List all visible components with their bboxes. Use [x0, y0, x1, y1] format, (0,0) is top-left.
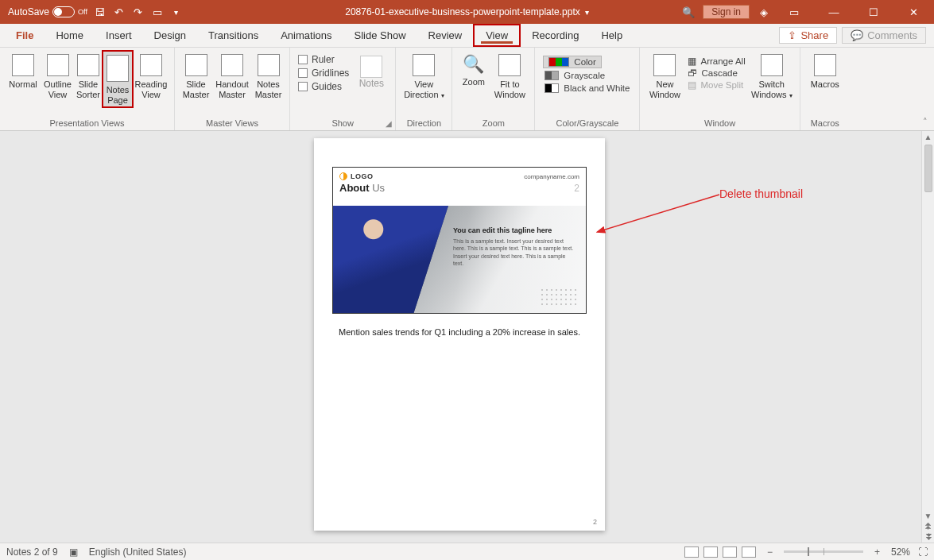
hm-l1: Handout: [215, 79, 249, 89]
reading-view-icon: [140, 54, 162, 76]
new-window-button[interactable]: NewWindow: [645, 51, 684, 101]
close-button[interactable]: ✕: [897, 0, 929, 24]
hm-l2: Master: [219, 90, 246, 99]
autosave-toggle[interactable]: AutoSave Off: [8, 6, 87, 17]
qat-more-icon[interactable]: ▾: [170, 6, 183, 18]
color-button[interactable]: Color: [543, 56, 601, 68]
slideshow-status-icon[interactable]: [742, 546, 756, 558]
tab-animations[interactable]: Animations: [269, 24, 343, 47]
macros-button[interactable]: Macros: [805, 51, 845, 91]
title-bar: AutoSave Off 🖫 ↶ ↷ ▭ ▾ 20876-01-executiv…: [0, 0, 934, 24]
nm-l1: Notes: [257, 79, 280, 89]
slide-thumbnail[interactable]: LOGO companyname.com About Us 2 You can …: [332, 167, 587, 314]
ruler-checkbox[interactable]: Ruler: [298, 54, 349, 65]
fit-to-window-button[interactable]: Fit toWindow: [490, 51, 529, 101]
group-label-master-views: Master Views: [180, 117, 285, 130]
maximize-button[interactable]: ☐: [858, 0, 889, 24]
ribbon-display-icon[interactable]: ▭: [778, 0, 810, 24]
tab-help[interactable]: Help: [590, 24, 634, 47]
tagline-title: You can edit this tagline here: [453, 226, 576, 234]
tab-review[interactable]: Review: [417, 24, 474, 47]
title-dropdown-icon[interactable]: ▾: [585, 8, 589, 17]
nw-l1: New: [656, 79, 673, 89]
comments-button[interactable]: 💬 Comments: [842, 27, 926, 44]
minimize-button[interactable]: ―: [818, 0, 850, 24]
cascade-button[interactable]: 🗗Cascade: [688, 68, 745, 78]
accessibility-icon[interactable]: ▣: [69, 546, 78, 558]
tab-slideshow[interactable]: Slide Show: [343, 24, 417, 47]
guides-checkbox[interactable]: Guides: [298, 81, 349, 92]
status-language[interactable]: English (United States): [89, 546, 187, 558]
slide-master-button[interactable]: SlideMaster: [180, 51, 212, 101]
tab-recording[interactable]: Recording: [521, 24, 590, 47]
vertical-scrollbar[interactable]: ▲ ▼ ⯭ ⯯: [921, 131, 934, 543]
handout-master-button[interactable]: HandoutMaster: [212, 51, 252, 101]
zoom-out-button[interactable]: −: [764, 546, 776, 558]
scroll-up-icon[interactable]: ▲: [924, 133, 932, 141]
group-master-views: SlideMaster HandoutMaster NotesMaster Ma…: [175, 48, 290, 130]
handout-master-icon: [221, 54, 243, 76]
switch-windows-button[interactable]: SwitchWindows ▾: [749, 51, 795, 101]
grayscale-button[interactable]: Grayscale: [543, 70, 631, 81]
notes-page[interactable]: LOGO companyname.com About Us 2 You can …: [314, 138, 605, 531]
view-direction-button[interactable]: ViewDirection ▾: [401, 51, 447, 101]
outline-view-button[interactable]: OutlineView: [41, 51, 74, 107]
gridlines-checkbox[interactable]: Gridlines: [298, 68, 349, 79]
slide-sorter-button[interactable]: SlideSorter: [74, 51, 103, 107]
status-notes-indicator[interactable]: Notes 2 of 9: [6, 546, 58, 558]
tab-transitions[interactable]: Transitions: [197, 24, 269, 47]
sw-l1: Switch: [759, 79, 785, 89]
zoom-in-button[interactable]: +: [871, 546, 883, 558]
notes-label: Notes: [359, 78, 384, 89]
zoom-slider[interactable]: [784, 550, 863, 553]
vd-l2: Direction: [404, 90, 438, 99]
fit-to-window-status-icon[interactable]: ⛶: [918, 546, 928, 558]
redo-icon[interactable]: ↷: [132, 6, 145, 18]
tab-home[interactable]: Home: [45, 24, 95, 47]
notes-master-button[interactable]: NotesMaster: [252, 51, 285, 101]
new-window-icon: [653, 54, 676, 76]
share-button[interactable]: ⇪ Share: [779, 27, 837, 44]
nm-l2: Master: [255, 90, 282, 99]
notes-page-button[interactable]: NotesPage: [103, 51, 133, 107]
group-label-presentation-views: Presentation Views: [5, 117, 169, 130]
prev-slide-icon[interactable]: ⯭: [924, 522, 932, 531]
save-icon[interactable]: 🖫: [94, 6, 107, 18]
slide-logo: LOGO: [339, 172, 374, 180]
group-label-window: Window: [645, 117, 794, 130]
undo-icon[interactable]: ↶: [113, 6, 126, 18]
autosave-state: Off: [78, 8, 87, 16]
zoom-button[interactable]: 🔍 Zoom: [457, 51, 490, 101]
arrange-all-button[interactable]: ▦Arrange All: [688, 56, 745, 67]
signin-button[interactable]: Sign in: [703, 5, 750, 19]
status-bar: Notes 2 of 9 ▣ English (United States) −…: [0, 543, 934, 560]
slide-sorter-status-icon[interactable]: [703, 546, 718, 558]
tagline-text: This is a sample text. Insert your desir…: [453, 238, 576, 268]
notes-body-text[interactable]: Mention sales trends for Q1 including a …: [314, 327, 605, 337]
tab-design[interactable]: Design: [143, 24, 197, 47]
zoom-level[interactable]: 52%: [891, 546, 910, 558]
tab-insert[interactable]: Insert: [95, 24, 143, 47]
coming-soon-icon[interactable]: ◈: [758, 6, 770, 18]
cascade-icon: 🗗: [688, 68, 697, 78]
scroll-down-icon[interactable]: ▼: [924, 512, 932, 520]
show-dialog-launcher-icon[interactable]: ◢: [386, 119, 392, 128]
share-label: Share: [800, 29, 828, 41]
search-icon[interactable]: 🔍: [682, 6, 695, 18]
ribbon-tabs: File Home Insert Design Transitions Anim…: [0, 24, 934, 48]
start-from-beginning-icon[interactable]: ▭: [151, 6, 164, 18]
arrangeall-label: Arrange All: [700, 56, 745, 66]
tab-file[interactable]: File: [5, 24, 45, 47]
next-slide-icon[interactable]: ⯯: [924, 532, 932, 541]
black-and-white-button[interactable]: Black and White: [543, 83, 631, 94]
normal-view-button[interactable]: Normal: [5, 51, 41, 107]
reading-view-status-icon[interactable]: [723, 546, 737, 558]
normal-view-status-icon[interactable]: [684, 546, 699, 558]
workspace[interactable]: LOGO companyname.com About Us 2 You can …: [0, 131, 921, 543]
scroll-thumb[interactable]: [924, 145, 932, 192]
toggle-off-icon: [52, 6, 75, 17]
color-label: Color: [574, 57, 595, 67]
collapse-ribbon-icon[interactable]: ˄: [923, 117, 928, 127]
tab-view[interactable]: View: [473, 24, 521, 47]
reading-view-button[interactable]: ReadingView: [133, 51, 169, 107]
